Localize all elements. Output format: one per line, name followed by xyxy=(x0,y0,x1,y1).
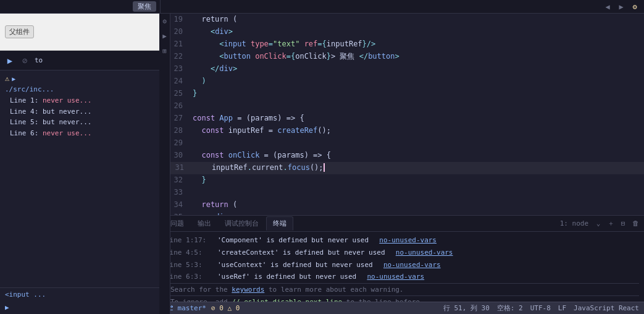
warning-lines-container: Line 1: never use... Line 4: but never..… xyxy=(5,95,155,138)
left-bottom-arrow[interactable]: ▶ xyxy=(0,301,160,314)
tw-loc-3: Line 5:3: xyxy=(165,259,215,271)
play-icon[interactable]: ▶ xyxy=(4,54,16,67)
toolbar-to-label: to xyxy=(35,56,43,64)
code-line-24: 24 ) xyxy=(161,75,644,88)
warning-triangle-icon: ⚠ xyxy=(5,74,9,83)
code-line-28: 28 const inputRef = createRef(); xyxy=(161,125,644,137)
tw-msg-3: 'useContext' is defined but never used xyxy=(217,259,381,271)
footer-keywords-link[interactable]: keywords xyxy=(232,286,264,294)
tw-msg-4: 'useRef' is defined but never used xyxy=(217,271,364,283)
warning-header: ⚠ ▶ xyxy=(5,74,155,83)
language-label[interactable]: JavaScript React xyxy=(574,304,639,312)
error-warning-count: ⊘ 0 △ 0 xyxy=(211,304,240,312)
tw-link-1[interactable]: no-unused-vars xyxy=(379,234,437,247)
tw-loc-1: Line 1:17: xyxy=(165,234,215,247)
parent-component-label: 父组件 xyxy=(5,25,34,38)
line-ending-label: LF xyxy=(558,304,566,312)
tw-link-4[interactable]: no-unused-vars xyxy=(367,271,424,283)
tw-msg-1: 'Component' is defined but never used xyxy=(217,234,377,247)
left-top-bar: 聚焦 xyxy=(0,0,160,14)
warning-file-path: ./src/inc... xyxy=(5,85,155,93)
stop-icon: ⊘ xyxy=(19,54,31,67)
tab-debug-console[interactable]: 调试控制台 xyxy=(219,217,265,230)
app-container: 聚焦 父组件 ▶ ⊘ to ⚠ ▶ ./src/inc... Line 1: n… xyxy=(0,0,644,314)
gear-settings-icon[interactable]: ⚙ xyxy=(160,16,170,26)
tw-loc-4: Line 6:3: xyxy=(165,271,215,283)
tab-output[interactable]: 输出 xyxy=(191,217,217,230)
warning-line-2: Line 4: but never... xyxy=(10,106,155,117)
code-line-21: 21 <input type="text" ref={inputRef}/> xyxy=(161,38,644,51)
node-label: 1: node xyxy=(558,219,591,227)
code-line-34: 34 return ( xyxy=(161,199,644,211)
gear-icon[interactable]: ⚙ xyxy=(629,1,640,12)
terminal-split-icon[interactable]: ⊟ xyxy=(618,219,628,229)
git-branch-status: ⎇ master* xyxy=(165,304,206,312)
left-toolbar: ▶ ⊘ to xyxy=(0,51,160,70)
terminal-content: Line 1:17: 'Component' is defined but ne… xyxy=(161,232,644,302)
terminal-footer-2: To ignore, add // eslint-disable-next-li… xyxy=(165,295,639,302)
cursor-position: 行 51, 列 30 xyxy=(443,303,490,313)
warning-section: ⚠ ▶ ./src/inc... Line 1: never use... Li… xyxy=(0,70,160,287)
warning-line-1: Line 1: never use... xyxy=(10,95,155,106)
sidebar-nav-icon-2[interactable]: ⊞ xyxy=(160,46,170,56)
code-line-29: 29 xyxy=(161,137,644,150)
tw-msg-2: 'createContext' is defined but never use… xyxy=(217,247,393,259)
encoding-label: UTF-8 xyxy=(530,304,551,312)
code-line-20: 20 <div> xyxy=(161,26,644,38)
tw-link-2[interactable]: no-unused-vars xyxy=(396,247,453,259)
terminal-chevron-icon[interactable]: ⌄ xyxy=(593,219,603,229)
code-line-26: 26 xyxy=(161,100,644,112)
code-line-23: 23 </div> xyxy=(161,63,644,75)
indentation-spaces: 空格: 2 xyxy=(497,303,523,313)
code-line-30: 30 const onClick = (params) => { xyxy=(161,150,644,162)
tab-terminal[interactable]: 终端 xyxy=(266,216,293,231)
right-sidebar-strip: ⚙ ▶ ⊞ xyxy=(159,14,170,314)
code-line-27: 27 const App = (params) => { xyxy=(161,112,644,125)
code-panel: ◀ ▶ ⚙ 19 return ( 20 <div> 21 <input typ… xyxy=(161,0,644,314)
tw-loc-2: Line 4:5: xyxy=(165,247,215,259)
terminal-tab-right: 1: node ⌄ ＋ ⊟ 🗑 xyxy=(558,219,640,229)
warning-line-3: Line 5: but never... xyxy=(10,117,155,128)
terminal-panel: 问题 输出 调试控制台 终端 1: node ⌄ ＋ ⊟ 🗑 Line 1:17… xyxy=(161,215,644,302)
warning-line-4: Line 6: never use... xyxy=(10,128,155,139)
code-top-bar: ◀ ▶ ⚙ xyxy=(161,0,644,14)
code-line-32: 32 } xyxy=(161,174,644,187)
status-right: 行 51, 列 30 空格: 2 UTF-8 LF JavaScript Rea… xyxy=(443,303,639,313)
code-line-25: 25 } xyxy=(161,88,644,100)
code-lines: 19 return ( 20 <div> 21 <input type="tex… xyxy=(161,14,644,215)
status-bar: ⎇ master* ⊘ 0 △ 0 行 51, 列 30 空格: 2 UTF-8… xyxy=(161,302,644,314)
code-line-22: 22 <button onClick={onClick}> 聚焦 </butto… xyxy=(161,51,644,63)
focus-button[interactable]: 聚焦 xyxy=(133,1,156,12)
warning-expand-icon[interactable]: ▶ xyxy=(12,75,15,82)
nav-left-icon[interactable]: ◀ xyxy=(602,1,613,12)
preview-area: 父组件 xyxy=(0,14,160,51)
code-editor-area: 19 return ( 20 <div> 21 <input type="tex… xyxy=(161,14,644,215)
nav-right-icon[interactable]: ▶ xyxy=(616,1,627,12)
terminal-warning-4: Line 6:3: 'useRef' is defined but never … xyxy=(165,271,639,283)
terminal-footer-1: Search for the keywords to learn more ab… xyxy=(165,283,639,295)
code-line-19: 19 return ( xyxy=(161,14,644,26)
terminal-tabs: 问题 输出 调试控制台 终端 1: node ⌄ ＋ ⊟ 🗑 xyxy=(161,216,644,232)
input-preview: <input ... xyxy=(0,287,160,301)
terminal-add-icon[interactable]: ＋ xyxy=(606,219,616,229)
terminal-warning-2: Line 4:5: 'createContext' is defined but… xyxy=(165,247,639,259)
status-left: ⎇ master* ⊘ 0 △ 0 xyxy=(165,304,240,312)
terminal-warning-3: Line 5:3: 'useContext' is defined but ne… xyxy=(165,259,639,271)
terminal-trash-icon[interactable]: 🗑 xyxy=(630,219,640,229)
sidebar-nav-icon-1[interactable]: ▶ xyxy=(160,31,170,41)
terminal-warning-1: Line 1:17: 'Component' is defined but ne… xyxy=(165,234,639,247)
code-line-33: 33 xyxy=(161,187,644,199)
left-panel: 聚焦 父组件 ▶ ⊘ to ⚠ ▶ ./src/inc... Line 1: n… xyxy=(0,0,161,314)
code-line-31: 31 inputRef.current.focus(); xyxy=(161,162,644,174)
tw-link-3[interactable]: no-unused-vars xyxy=(383,259,441,271)
